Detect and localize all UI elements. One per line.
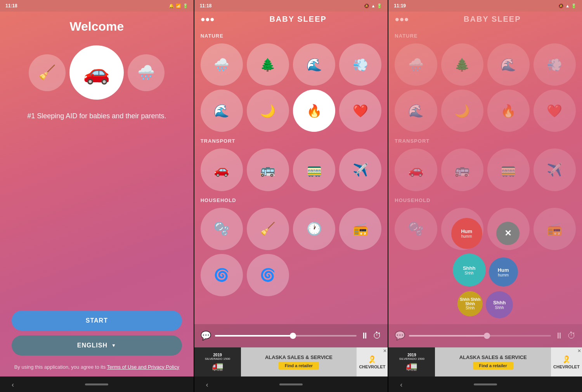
chat-icon[interactable]: 💬 <box>201 331 211 341</box>
app-title-3: BABY SLEEP <box>464 15 521 24</box>
signal-icon: 📶 <box>176 3 181 9</box>
sound-trees[interactable]: 🌲 <box>247 43 289 86</box>
phone-baby-sleep: 11:18 🔕 ▲ 🔋 ●●● BABY SLEEP NATURE 🌧️ 🌲 🌊… <box>194 0 388 392</box>
d-wind: 💨 <box>534 43 576 86</box>
back-icon-2[interactable]: ‹ <box>206 381 208 389</box>
player-bar-3: 💬 ⏸ ⏱ <box>388 324 582 347</box>
sound-radio[interactable]: 📻 <box>339 208 381 250</box>
menu-dots-icon[interactable]: ●●● <box>201 15 215 24</box>
bubble-shhh-yellow-sub: Shhh <box>466 306 475 310</box>
sound-stream[interactable]: 🌊 <box>201 90 243 132</box>
brand-icon-3: 🎗️ <box>562 355 571 364</box>
ad-cta-2[interactable]: Find a retailer <box>279 362 319 370</box>
battery-icon-3: 🔋 <box>571 3 577 9</box>
nav-bar-3: ‹ <box>388 376 582 392</box>
status-bar-2: 11:18 🔕 ▲ 🔋 <box>194 0 388 12</box>
ad-cta-3[interactable]: Find a retailer <box>473 362 513 370</box>
vacuum-emoji: 🧹 <box>38 64 56 81</box>
ad-text-area-2: ALASKA SALES & SERVICE Find a retailer <box>241 347 357 376</box>
back-icon-3[interactable]: ‹ <box>400 381 402 389</box>
sound-selector-popup: Hum humm ✕ Shhh Shhh Hum humm Shhh Shhh … <box>431 218 540 318</box>
bubble-shhh-yellow[interactable]: Shhh Shhh Shhh Shhh <box>457 291 483 316</box>
timer-icon[interactable]: ⏱ <box>373 331 381 341</box>
terms-prefix: By using this application, you agree to … <box>14 364 107 370</box>
language-button[interactable]: ENGLISH ▼ <box>12 335 182 356</box>
bubble-shhh-teal[interactable]: Shhh Shhh <box>453 254 486 287</box>
ad-image-2: 2019 SILVERADO 1500 🚛 <box>194 347 241 376</box>
section-nature-3: NATURE <box>395 33 576 39</box>
sound-train[interactable]: 🚃 <box>293 149 335 191</box>
vacuum-icon-circle: 🧹 <box>29 54 66 91</box>
nature-grid: 🌧️ 🌲 🌊 💨 🌊 🌙 🔥 ❤️ <box>201 43 382 132</box>
sound-moon[interactable]: 🌙 <box>247 90 289 132</box>
sound-rain[interactable]: 🌧️ <box>201 43 243 86</box>
ad-close-2[interactable]: ✕ <box>383 348 387 354</box>
sound-washing[interactable]: 🫧 <box>201 208 243 250</box>
sound-fan1[interactable]: 🌀 <box>201 254 243 296</box>
battery-icon: 🔋 <box>183 3 188 9</box>
player-progress[interactable] <box>215 335 357 337</box>
bubble-hum-sub: humm <box>461 234 472 238</box>
sound-wind[interactable]: 💨 <box>339 43 381 86</box>
welcome-terms: By using this application, you agree to … <box>0 359 194 377</box>
ad-headline-3: ALASKA SALES & SERVICE <box>459 354 527 360</box>
sound-bus[interactable]: 🚌 <box>247 149 289 191</box>
wifi-icon-3: ▲ <box>565 3 570 8</box>
car-icon-circle: 🚗 <box>69 45 124 100</box>
notification-icon-2: 🔕 <box>364 3 369 9</box>
player-fill <box>215 335 293 337</box>
sound-fire[interactable]: 🔥 <box>293 90 335 132</box>
app-scroll-2[interactable]: NATURE 🌧️ 🌲 🌊 💨 🌊 🌙 🔥 ❤️ TRANSPORT 🚗 🚌 🚃… <box>194 27 388 324</box>
nav-bar-1: ‹ <box>0 376 194 392</box>
d-fire: 🔥 <box>487 90 530 132</box>
ad-year-3: 2019 <box>407 353 416 357</box>
nav-pill-3 <box>474 383 497 385</box>
section-nature-label: NATURE <box>201 33 382 39</box>
d-car: 🚗 <box>395 149 437 191</box>
sound-waves[interactable]: 🌊 <box>293 43 335 86</box>
d-moon: 🌙 <box>441 90 483 132</box>
sound-heart[interactable]: ❤️ <box>339 90 381 132</box>
start-button[interactable]: START <box>12 311 182 331</box>
status-time-3: 11:19 <box>394 3 406 9</box>
terms-link[interactable]: Terms of Use and Privacy Policy <box>107 364 179 370</box>
bubble-hum-blue[interactable]: Hum humm <box>489 257 518 287</box>
sound-fan2[interactable]: 🌀 <box>247 254 289 296</box>
status-icons-2: 🔕 ▲ 🔋 <box>364 3 382 9</box>
car-emoji: 🚗 <box>83 60 110 85</box>
d-plane: ✈️ <box>534 149 576 191</box>
sound-clock[interactable]: 🕐 <box>293 208 335 250</box>
pause-icon[interactable]: ⏸ <box>360 331 369 341</box>
bubble-hum-blue-sub: humm <box>498 273 509 277</box>
app-title-2: BABY SLEEP <box>269 15 326 24</box>
ad-brand-2: CHEVROLET <box>359 364 385 369</box>
language-label: ENGLISH <box>77 342 107 349</box>
back-icon-1[interactable]: ‹ <box>12 381 14 389</box>
d-waves: 🌊 <box>487 43 530 86</box>
section-transport-3: TRANSPORT <box>395 138 576 144</box>
sound-car[interactable]: 🚗 <box>201 149 243 191</box>
status-bar-3: 11:19 🔕 ▲ 🔋 <box>388 0 582 12</box>
ad-close-3[interactable]: ✕ <box>577 348 581 354</box>
d-rain: 🌧️ <box>395 43 437 86</box>
nature-grid-3: 🌧️ 🌲 🌊 💨 🌊 🌙 🔥 ❤️ <box>395 43 576 132</box>
bubble-hum-blue-label: Hum <box>498 267 509 273</box>
bubble-close[interactable]: ✕ <box>496 222 520 245</box>
bubble-hum-red[interactable]: Hum humm <box>451 218 482 249</box>
ad-model-3: SILVERADO 1500 <box>399 357 424 361</box>
bubble-hum-label: Hum <box>461 228 472 234</box>
bubble-shhh-purple[interactable]: Shhh Shhh <box>486 291 513 318</box>
notification-icon: 🔔 <box>169 3 174 9</box>
truck-icon-3: 🚛 <box>406 361 417 371</box>
d-train: 🚃 <box>487 149 530 191</box>
sound-plane[interactable]: ✈️ <box>339 149 381 191</box>
status-time-1: 11:18 <box>5 3 17 9</box>
chat-icon-3: 💬 <box>395 331 405 341</box>
player-thumb[interactable] <box>290 333 296 339</box>
transport-grid: 🚗 🚌 🚃 ✈️ <box>201 149 382 191</box>
player-progress-3 <box>409 335 551 337</box>
sound-vacuum[interactable]: 🧹 <box>247 208 289 250</box>
ad-year-2: 2019 <box>213 353 222 357</box>
welcome-icons-row: 🧹 🚗 🌧️ <box>29 45 165 100</box>
bubble-shhh-teal-sub: Shhh <box>464 271 473 275</box>
